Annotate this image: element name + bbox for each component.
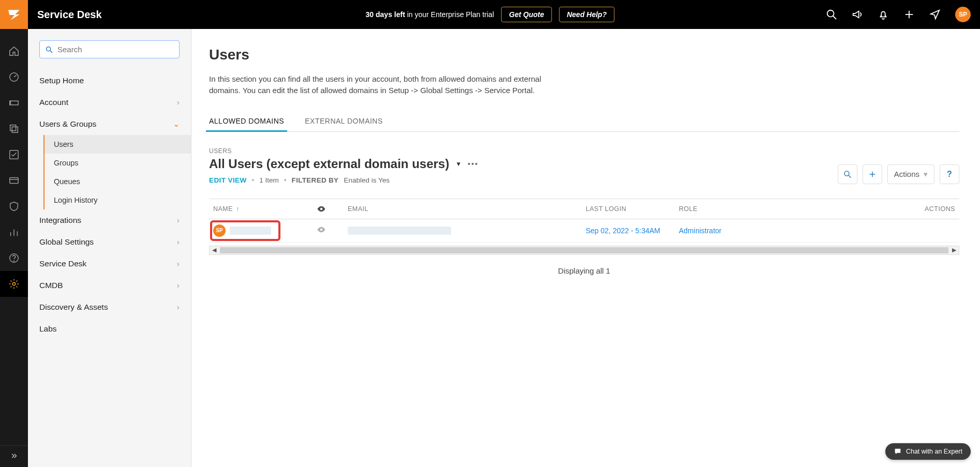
rail-help-icon[interactable] [0,245,28,271]
svg-point-0 [827,10,834,17]
rail-dashboard-icon[interactable] [0,64,28,90]
eye-icon [317,204,326,214]
rail-shield-icon[interactable] [0,193,28,219]
panel-help-button[interactable]: ? [940,164,959,184]
edit-view-link[interactable]: EDIT VIEW [209,176,247,184]
rail-check-icon[interactable] [0,142,28,168]
domain-tabs: ALLOWED DOMAINS EXTERNAL DOMAINS [209,117,959,132]
col-name-label: NAME [213,205,233,213]
rail-ticket-icon[interactable] [0,90,28,116]
sidebar-item-users-groups[interactable]: Users & Groups⌄ [28,113,191,135]
get-quote-button[interactable]: Get Quote [501,7,552,22]
trial-banner: 30 days left in your Enterprise Plan tri… [366,7,615,22]
eye-icon [317,225,326,234]
sidebar-sub-login-history[interactable]: Login History [44,191,191,209]
sidebar-item-label: Service Desk [39,259,86,268]
col-role[interactable]: ROLE [679,205,762,213]
chevron-right-icon: › [177,259,180,268]
sidebar-item-setup-home[interactable]: Setup Home [28,70,191,92]
panel-header: USERS All Users (except external domain … [209,147,959,184]
actions-button-label: Actions [894,170,919,178]
title-dropdown-icon[interactable]: ▼ [455,160,462,168]
scroll-thumb[interactable] [220,247,948,253]
sidebar-item-account[interactable]: Account› [28,92,191,113]
rail-settings-icon[interactable] [0,271,28,297]
left-rail [0,29,28,306]
svg-line-1 [833,16,836,19]
panel-more-icon[interactable]: ••• [468,160,479,168]
scroll-left-arrow[interactable]: ◀ [210,246,219,254]
col-visibility[interactable] [317,204,348,214]
plus-icon[interactable] [903,9,915,20]
scroll-right-arrow[interactable]: ▶ [949,246,959,254]
cell-name[interactable]: SP [213,224,317,237]
chevron-right-icon: › [177,98,180,107]
sidebar-item-label: Global Settings [39,237,94,247]
sidebar-sub-queues[interactable]: Queues [44,172,191,191]
col-last-login[interactable]: LAST LOGIN [586,205,679,213]
page-description: In this section you can find all the use… [209,73,561,96]
rail-copy-icon[interactable] [0,116,28,142]
sidebar-item-label: Integrations [39,216,81,225]
chevron-right-icon: › [177,303,180,306]
svg-rect-6 [10,125,16,131]
search-input[interactable] [56,44,174,54]
col-email[interactable]: EMAIL [348,205,586,213]
megaphone-icon[interactable] [852,9,863,20]
svg-point-15 [14,261,14,261]
sidebar-item-service-desk[interactable]: Service Desk› [28,253,191,275]
chevron-down-icon: ⌄ [173,119,180,129]
search-icon [45,46,53,54]
rail-card-icon[interactable] [0,168,28,193]
item-count: 1 Item [259,176,279,184]
main-content: Users In this section you can find all t… [191,29,980,306]
svg-point-16 [12,282,16,285]
sidebar-sub-users[interactable]: Users [44,135,191,154]
setup-sidebar: Setup Home Account› Users & Groups⌄ User… [28,29,191,306]
rail-analytics-icon[interactable] [0,219,28,245]
panel-actions: Actions▾ ? [838,164,959,184]
chevron-right-icon: › [177,216,180,225]
panel-add-button[interactable] [863,164,882,184]
cell-visibility[interactable] [317,225,348,236]
sidebar-item-integrations[interactable]: Integrations› [28,209,191,231]
search-icon[interactable] [826,9,837,20]
svg-point-17 [47,47,51,51]
sidebar-item-label: Discovery & Assets [39,303,108,306]
panel-actions-dropdown[interactable]: Actions▾ [887,164,934,184]
avatar[interactable]: SP [955,7,971,22]
filter-text: Enabled is Yes [344,176,390,184]
panel-search-button[interactable] [838,164,857,184]
users-table: NAME↑ EMAIL LAST LOGIN ROLE ACTIONS SP S… [209,199,959,275]
col-name[interactable]: NAME↑ [213,205,317,213]
svg-point-19 [844,171,849,176]
bell-icon[interactable] [878,9,889,20]
need-help-button[interactable]: Need Help? [559,7,614,22]
rail-home-icon[interactable] [0,38,28,64]
setup-search[interactable] [39,40,180,58]
sidebar-item-label: Setup Home [39,76,84,85]
sidebar-item-cmdb[interactable]: CMDB› [28,275,191,296]
cell-role[interactable]: Administrator [679,227,762,235]
app-title[interactable]: Service Desk [37,9,102,21]
svg-marker-4 [931,10,940,19]
table-footer-text: Displaying all 1 [209,266,959,275]
svg-rect-7 [12,127,18,132]
caret-down-icon: ▾ [924,170,928,179]
table-row[interactable]: SP Sep 02, 2022 - 5:34AM Administrator [209,219,959,243]
sidebar-sub-groups[interactable]: Groups [44,154,191,172]
sidebar-item-discovery[interactable]: Discovery & Assets› [28,296,191,306]
location-icon[interactable] [929,9,941,20]
tab-external-domains[interactable]: EXTERNAL DOMAINS [305,117,383,131]
brand-logo[interactable] [0,0,28,29]
page-title: Users [209,47,959,63]
svg-line-20 [849,175,851,178]
sidebar-sublist-users-groups: Users Groups Queues Login History [43,135,191,209]
sidebar-item-global-settings[interactable]: Global Settings› [28,231,191,253]
col-actions[interactable]: ACTIONS [762,205,955,213]
trial-days-left: 30 days left [366,10,405,19]
horizontal-scrollbar[interactable]: ◀ ▶ [209,246,959,255]
cell-last-login[interactable]: Sep 02, 2022 - 5:34AM [586,227,679,235]
brand-wing-icon [7,8,21,21]
tab-allowed-domains[interactable]: ALLOWED DOMAINS [209,117,284,131]
